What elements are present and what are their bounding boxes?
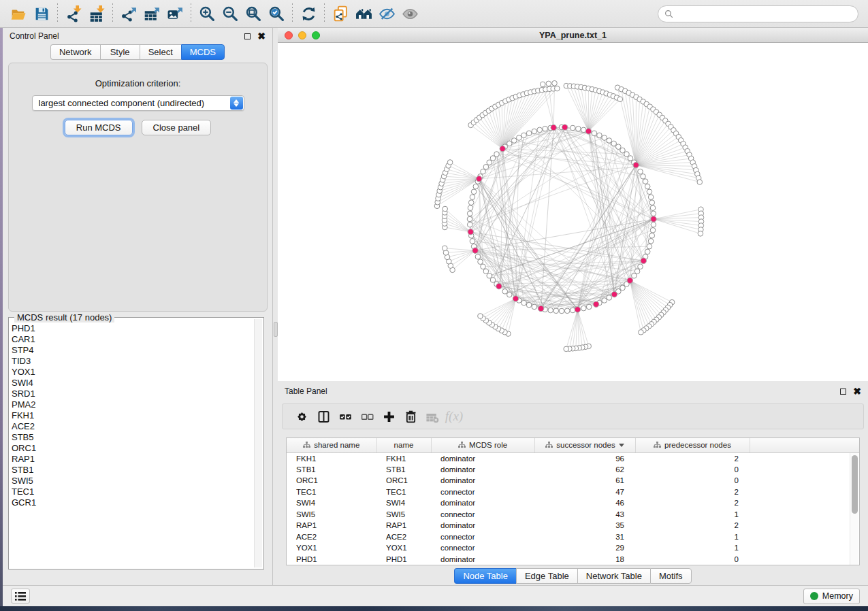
table-cell[interactable]: ACE2 — [376, 531, 431, 543]
run-mcds-button[interactable]: Run MCDS — [65, 120, 133, 135]
first-neighbors-icon[interactable] — [352, 2, 375, 25]
delete-column-icon[interactable] — [400, 406, 421, 427]
mcds-result-item[interactable]: SWI5 — [12, 476, 253, 486]
table-cell[interactable]: 1 — [635, 531, 750, 543]
mcds-result-item[interactable]: CAR1 — [12, 334, 253, 345]
column-header-MCDS-role[interactable]: MCDS role — [431, 438, 534, 452]
table-cell[interactable]: 47 — [534, 486, 635, 498]
float-panel-icon[interactable] — [244, 33, 251, 39]
network-window-titlebar[interactable]: YPA_prune.txt_1 — [278, 28, 868, 43]
table-cell[interactable]: 31 — [534, 531, 635, 543]
table-cell[interactable]: 1 — [635, 542, 750, 554]
column-header-name[interactable]: name — [376, 438, 431, 452]
table-cell[interactable]: 2 — [635, 497, 750, 509]
mcds-result-item[interactable]: STB5 — [12, 432, 253, 443]
mcds-result-item[interactable]: GCR1 — [12, 497, 253, 508]
table-cell[interactable]: dominator — [431, 520, 534, 531]
table-row[interactable]: ORC1ORC1dominator610 — [287, 475, 859, 486]
float-table-panel-icon[interactable] — [840, 389, 846, 395]
table-cell[interactable]: 62 — [534, 464, 635, 476]
close-table-panel-icon[interactable]: ✖ — [853, 386, 861, 396]
mcds-result-item[interactable]: STB1 — [12, 465, 253, 476]
table-cell[interactable]: dominator — [431, 464, 534, 476]
import-network-icon[interactable] — [62, 2, 85, 25]
mcds-result-list[interactable]: PHD1CAR1STP4TID3YOX1SWI4SRD1PMA2FKH1ACE2… — [12, 323, 253, 566]
table-row[interactable]: FKH1FKH1dominator962 — [287, 452, 859, 464]
mcds-result-item[interactable]: PMA2 — [12, 399, 253, 410]
table-cell[interactable]: 46 — [534, 497, 635, 509]
table-cell[interactable]: STB1 — [376, 464, 431, 476]
table-cell[interactable]: 29 — [534, 542, 635, 554]
memory-button[interactable]: Memory — [803, 589, 860, 604]
table-row[interactable]: YOX1YOX1connector291 — [287, 542, 859, 554]
table-cell[interactable]: YOX1 — [376, 542, 431, 554]
add-column-icon[interactable] — [378, 406, 400, 427]
close-panel-icon[interactable]: ✖ — [257, 31, 266, 41]
table-cell[interactable]: dominator — [431, 452, 534, 464]
save-session-icon[interactable] — [30, 2, 53, 25]
mcds-result-item[interactable]: ORC1 — [12, 443, 253, 454]
zoom-fit-icon[interactable] — [242, 2, 265, 25]
column-header-predecessor-nodes[interactable]: predecessor nodes — [635, 438, 750, 452]
table-cell[interactable]: ACE2 — [287, 531, 376, 543]
tab-mcds[interactable]: MCDS — [181, 44, 225, 60]
table-cell[interactable]: RAP1 — [376, 520, 431, 531]
network-graph-canvas[interactable] — [278, 43, 868, 381]
zoom-in-icon[interactable] — [195, 2, 219, 25]
zoom-out-icon[interactable] — [219, 2, 242, 25]
table-cell[interactable]: connector — [431, 509, 534, 521]
table-tab-network-table[interactable]: Network Table — [577, 568, 650, 584]
open-file-icon[interactable] — [7, 2, 30, 25]
table-cell[interactable]: connector — [431, 531, 534, 543]
table-cell[interactable]: 96 — [534, 452, 635, 464]
clear-all-checks-icon[interactable] — [356, 406, 378, 427]
table-cell[interactable]: PHD1 — [287, 554, 376, 565]
table-cell[interactable]: 2 — [635, 452, 750, 464]
mcds-result-item[interactable]: PHD1 — [12, 323, 253, 334]
export-image-icon[interactable] — [163, 2, 187, 25]
table-cell[interactable]: STB1 — [287, 464, 376, 476]
table-cell[interactable]: YOX1 — [287, 542, 376, 554]
split-pane-divider-handle[interactable] — [274, 322, 278, 337]
table-cell[interactable]: 35 — [534, 520, 635, 531]
export-table-icon[interactable] — [140, 2, 163, 25]
table-row[interactable]: ACE2ACE2connector311 — [287, 531, 859, 543]
mcds-result-item[interactable]: YOX1 — [12, 367, 253, 378]
table-cell[interactable]: PHD1 — [376, 554, 431, 565]
table-row[interactable]: STB1STB1dominator620 — [287, 464, 859, 476]
tab-network[interactable]: Network — [50, 44, 100, 60]
table-cell[interactable]: SWI5 — [287, 509, 376, 521]
table-cell[interactable]: 2 — [635, 520, 750, 531]
export-network-icon[interactable] — [117, 2, 140, 25]
import-table-icon[interactable] — [85, 2, 108, 25]
table-cell[interactable]: connector — [431, 542, 534, 554]
table-row[interactable]: TEC1TEC1connector472 — [287, 486, 859, 498]
table-cell[interactable]: connector — [431, 486, 534, 498]
table-cell[interactable]: 43 — [534, 509, 635, 521]
table-cell[interactable]: SWI5 — [376, 509, 431, 521]
tab-select[interactable]: Select — [140, 44, 181, 60]
tab-style[interactable]: Style — [100, 44, 140, 60]
table-cell[interactable]: 0 — [635, 554, 750, 565]
table-row[interactable]: SWI5SWI5connector431 — [287, 509, 859, 521]
table-cell[interactable]: ORC1 — [376, 475, 431, 486]
table-cell[interactable]: TEC1 — [287, 486, 376, 498]
table-cell[interactable]: 18 — [534, 554, 635, 565]
table-scrollbar-thumb[interactable] — [852, 455, 858, 514]
table-cell[interactable]: SWI4 — [287, 497, 376, 509]
table-scrollbar[interactable] — [850, 453, 858, 565]
hide-selected-icon[interactable] — [375, 2, 398, 25]
mcds-result-item[interactable]: ACE2 — [12, 421, 253, 432]
mcds-result-item[interactable]: RAP1 — [12, 454, 253, 465]
close-panel-button[interactable]: Close panel — [142, 120, 212, 135]
select-all-checks-icon[interactable] — [334, 406, 356, 427]
automation-panel-button[interactable] — [11, 589, 30, 604]
table-cell[interactable]: dominator — [431, 475, 534, 486]
mcds-result-item[interactable]: STP4 — [12, 345, 253, 356]
optimization-criterion-select[interactable]: largest connected component (undirected) — [32, 95, 244, 111]
table-row[interactable]: PHD1PHD1dominator180 — [287, 554, 859, 565]
column-header-successor-nodes[interactable]: successor nodes — [534, 438, 635, 452]
search-input[interactable] — [677, 9, 852, 18]
mcds-list-scrollbar[interactable] — [254, 319, 262, 567]
table-cell[interactable]: dominator — [431, 497, 534, 509]
